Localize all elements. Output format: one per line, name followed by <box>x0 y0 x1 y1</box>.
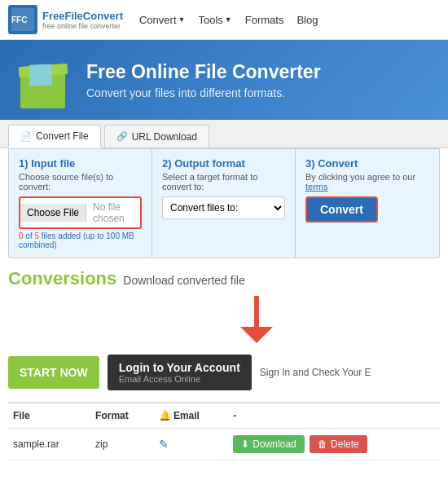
nav-tools-label: Tools <box>198 14 222 26</box>
no-file-label: No file chosen <box>86 198 140 227</box>
nav-formats[interactable]: Formats <box>245 14 284 26</box>
file-count-text: 0 of 5 files added (up to 100 MB combine… <box>19 231 134 249</box>
header: FFC FreeFileConvert free online file con… <box>0 0 448 40</box>
email-cell: ✎ <box>154 429 229 460</box>
login-subtitle: Email Access Online <box>119 374 240 384</box>
tab-url-download-label: URL Download <box>132 131 197 143</box>
table-header: File Format 🔔 Email - <box>8 403 440 429</box>
tab-convert-file-label: Convert File <box>36 130 89 142</box>
input-file-title: 1) Input file <box>19 157 142 170</box>
nav-tools[interactable]: Tools ▼ <box>198 14 231 26</box>
main-nav: Convert ▼ Tools ▼ Formats Blog <box>139 14 318 26</box>
download-button[interactable]: ⬇ Download <box>233 435 304 453</box>
col-action: - <box>228 403 440 429</box>
col-format: Format <box>90 403 154 429</box>
terms-link[interactable]: terms <box>305 182 328 192</box>
login-box[interactable]: Login to Your Account Email Access Onlin… <box>108 355 252 390</box>
conversions-header: Conversions Download converted file <box>8 268 440 289</box>
table-body: sample.rar zip ✎ ⬇ Download 🗑 Delete <box>8 429 440 460</box>
convert-button-label: Convert <box>320 203 363 216</box>
convert-title: 3) Convert <box>305 157 429 170</box>
logo-title: FreeFileConvert <box>42 10 123 22</box>
banner-title: Free Online File Converter <box>86 61 321 83</box>
nav-formats-label: Formats <box>245 14 284 26</box>
svg-text:FFC: FFC <box>11 15 27 24</box>
tab-url-download[interactable]: 🔗 URL Download <box>104 125 209 148</box>
converter-panel: 1) Input file Choose source file(s) to c… <box>8 148 440 258</box>
col-file: File <box>8 403 90 429</box>
file-name: sample.rar <box>8 429 90 460</box>
bell-icon: 🔔 <box>159 410 171 421</box>
conversions-subtitle: Download converted file <box>123 274 244 287</box>
nav-blog-label: Blog <box>296 14 318 26</box>
login-title: Login to Your Account <box>119 361 240 374</box>
sign-in-text: Sign In and Check Your E <box>260 367 440 378</box>
banner-text: Free Online File Converter Convert your … <box>86 61 321 99</box>
table-header-row: File Format 🔔 Email - <box>8 403 440 429</box>
download-icon: ⬇ <box>241 438 249 450</box>
format-select[interactable]: Convert files to: <box>162 196 285 219</box>
nav-tools-arrow: ▼ <box>225 15 232 24</box>
file-count: 0 of 5 files added (up to 100 MB combine… <box>19 231 142 249</box>
email-edit-icon[interactable]: ✎ <box>159 438 169 451</box>
tab-url-download-icon: 🔗 <box>116 131 128 142</box>
nav-convert-label: Convert <box>139 14 177 26</box>
banner: Free Online File Converter Convert your … <box>0 40 448 120</box>
delete-button[interactable]: 🗑 Delete <box>310 435 367 453</box>
tab-convert-file[interactable]: 📄 Convert File <box>8 125 101 148</box>
choose-file-button[interactable]: Choose File <box>20 204 86 222</box>
file-format: zip <box>90 429 154 460</box>
file-table: File Format 🔔 Email - sample.rar zip ✎ ⬇ <box>8 402 440 460</box>
conversions-title: Conversions <box>8 268 116 289</box>
logo-icon: FFC <box>8 5 37 34</box>
input-file-col: 1) Input file Choose source file(s) to c… <box>9 149 152 258</box>
start-now-button[interactable]: START NOW <box>8 356 99 389</box>
svg-marker-4 <box>240 327 273 343</box>
output-format-desc: Select a target format to convert to: <box>162 172 285 192</box>
tab-convert-file-icon: 📄 <box>20 131 32 142</box>
delete-icon: 🗑 <box>318 438 327 450</box>
file-input-row: Choose File No file chosen <box>19 196 142 229</box>
convert-col: 3) Convert By clicking you agree to our … <box>296 149 439 258</box>
logo-subtitle: free online file converter <box>42 22 123 30</box>
table-row: sample.rar zip ✎ ⬇ Download 🗑 Delete <box>8 429 440 460</box>
logo-text: FreeFileConvert free online file convert… <box>42 10 123 30</box>
tabs-bar: 📄 Convert File 🔗 URL Download <box>0 120 448 148</box>
delete-label: Delete <box>331 438 359 450</box>
output-format-title: 2) Output format <box>162 157 285 170</box>
conversions-section: Conversions Download converted file STAR… <box>8 268 440 460</box>
action-cell: ⬇ Download 🗑 Delete <box>228 429 440 460</box>
output-format-col: 2) Output format Select a target format … <box>152 149 296 258</box>
promo-row: START NOW Login to Your Account Email Ac… <box>8 355 440 390</box>
terms-text: By clicking you agree to our terms <box>305 172 429 192</box>
convert-button[interactable]: Convert <box>305 196 378 222</box>
col-email-label: Email <box>173 410 200 421</box>
start-now-label: START NOW <box>20 366 88 379</box>
converter-grid: 1) Input file Choose source file(s) to c… <box>9 149 439 258</box>
nav-convert-arrow: ▼ <box>178 15 186 24</box>
banner-subtitle: Convert your files into different format… <box>86 86 321 99</box>
arrow-area <box>8 296 440 345</box>
nav-blog[interactable]: Blog <box>296 14 318 26</box>
download-label: Download <box>253 438 296 450</box>
down-arrow-icon <box>236 296 277 345</box>
banner-illustration <box>16 51 73 108</box>
input-file-desc: Choose source file(s) to convert: <box>19 172 142 192</box>
col-email: 🔔 Email <box>154 403 229 429</box>
nav-convert[interactable]: Convert ▼ <box>139 14 185 26</box>
logo-area: FFC FreeFileConvert free online file con… <box>8 5 123 34</box>
choose-file-label: Choose File <box>27 207 79 218</box>
